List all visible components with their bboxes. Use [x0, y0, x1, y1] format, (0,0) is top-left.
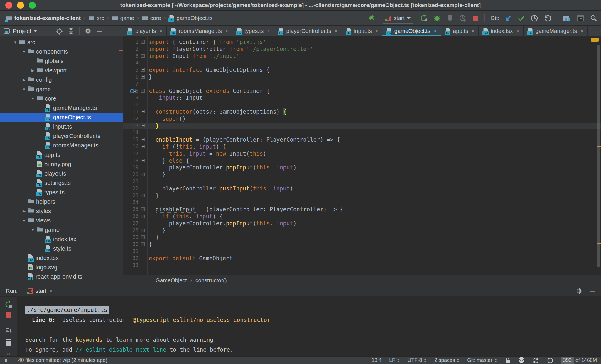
collapse-all-icon[interactable] [67, 28, 75, 35]
fold-marker-icon[interactable]: − [141, 68, 145, 72]
fold-marker-icon[interactable]: − [141, 159, 145, 162]
project-folders-button[interactable] [563, 14, 571, 22]
status-widget-13-4[interactable]: 13:4 [372, 357, 381, 363]
status-widget-LF[interactable]: LF [389, 357, 400, 363]
line-number[interactable]: 16 [123, 143, 140, 150]
tree-toggle-icon[interactable]: ▼ [21, 87, 28, 91]
tab-player.ts[interactable]: TSplayer.ts× [123, 26, 167, 36]
breadcrumb-method[interactable]: constructor() [195, 277, 227, 284]
tree-item-input.ts[interactable]: TSinput.ts [0, 122, 123, 131]
status-widget-Git--master[interactable]: Git: master [467, 357, 497, 363]
line-number[interactable]: 11 [123, 108, 140, 115]
line-number[interactable]: 24 [123, 199, 140, 206]
more-options-icon[interactable]: » [7, 351, 10, 356]
fold-marker-icon[interactable]: − [141, 40, 145, 44]
tab-app.ts[interactable]: TSapp.ts× [441, 26, 479, 36]
line-number[interactable]: 22 [123, 185, 140, 192]
console-link[interactable]: keywords [76, 336, 103, 343]
tab-input.ts[interactable]: TSinput.ts× [342, 26, 382, 36]
tree-toggle-icon[interactable]: ▼ [12, 40, 19, 45]
tree-item-react-app-env.d.ts[interactable]: TSreact-app-env.d.ts [0, 272, 123, 281]
code-editor[interactable]: 1−import { Container } from 'pixi.js'2im… [123, 36, 601, 275]
tree-item-roomsManager.ts[interactable]: TSroomsManager.ts [0, 141, 123, 150]
debug-bug-button[interactable] [433, 14, 441, 22]
stop-button[interactable] [6, 312, 11, 318]
tree-item-viewport[interactable]: ▶viewport [0, 66, 123, 75]
tree-toggle-icon[interactable]: ▶ [21, 78, 28, 82]
line-number[interactable]: 2 [123, 46, 140, 53]
tree-item-views[interactable]: ▼views [0, 216, 123, 225]
status-widget-UTF-8[interactable]: UTF-8 [408, 357, 427, 363]
implemented-gutter-icon[interactable] [130, 88, 137, 94]
rerun-button[interactable] [420, 14, 428, 22]
sync-icon[interactable] [532, 357, 539, 364]
fold-marker-icon[interactable]: − [141, 145, 145, 148]
run-coverage-button[interactable] [446, 14, 453, 22]
run-configuration-selector[interactable]: start [382, 13, 414, 24]
fold-marker-icon[interactable]: − [141, 215, 145, 218]
close-icon[interactable]: × [267, 28, 270, 34]
line-number[interactable]: 14 [123, 129, 140, 136]
profiler-button[interactable] [459, 14, 467, 22]
history-button[interactable] [531, 14, 538, 22]
line-number[interactable]: 30 [123, 241, 140, 248]
lock-icon[interactable] [505, 357, 511, 364]
tree-item-player.ts[interactable]: TSplayer.ts [0, 169, 123, 178]
git-update-button[interactable] [505, 15, 512, 22]
rerun-button[interactable] [5, 301, 12, 308]
tree-toggle-icon[interactable]: ▼ [29, 228, 36, 232]
tree-item-config[interactable]: ▶config [0, 75, 123, 84]
gear-icon[interactable] [84, 27, 92, 35]
hide-panel-icon[interactable] [589, 288, 596, 294]
breadcrumb-item-tokenized-example-client[interactable]: tokenized-example-client [6, 15, 81, 22]
line-number[interactable]: 1 [123, 39, 140, 46]
tree-item-index.tsx[interactable]: TSXindex.tsx [0, 234, 123, 244]
tree-item-game[interactable]: ▼game [0, 225, 123, 234]
line-number[interactable]: 26 [123, 213, 140, 220]
tree-toggle-icon[interactable]: ▼ [21, 50, 28, 54]
clear-trash-button[interactable] [5, 338, 12, 346]
close-icon[interactable]: × [471, 28, 475, 34]
scroll-end-button[interactable] [5, 326, 12, 334]
run-tool-window-button[interactable] [577, 15, 584, 22]
fold-marker-icon[interactable]: − [141, 89, 145, 93]
tree-toggle-icon[interactable]: ▼ [21, 218, 28, 223]
hector-face-icon[interactable] [518, 357, 525, 364]
rollback-button[interactable] [544, 14, 551, 22]
line-number[interactable]: 29 [123, 234, 140, 241]
line-number[interactable]: 4 [123, 59, 140, 67]
tab-gameManager.ts[interactable]: TSgameManager.ts× [524, 26, 588, 36]
line-number[interactable]: 5 [123, 67, 140, 74]
line-number[interactable]: 20 [123, 171, 140, 178]
stop-button[interactable] [472, 15, 479, 22]
line-number[interactable]: 10 [123, 101, 140, 108]
warning-stripe-mark[interactable] [597, 146, 601, 147]
fold-marker-icon[interactable]: − [141, 54, 145, 58]
tree-toggle-icon[interactable]: ▼ [29, 96, 36, 101]
editor-scrollbar[interactable] [597, 45, 600, 267]
line-number[interactable]: 13 [123, 123, 140, 130]
line-number[interactable]: 7 [123, 81, 140, 88]
tab-playerController.ts[interactable]: TSplayerController.ts× [274, 26, 342, 36]
fold-marker-icon[interactable]: − [141, 173, 145, 176]
breadcrumb-item-src[interactable]: src [88, 15, 104, 22]
gear-icon[interactable] [576, 288, 583, 295]
tree-item-playerController.ts[interactable]: TSplayerController.ts [0, 131, 123, 141]
line-number[interactable]: 32 [123, 255, 140, 262]
fold-marker-icon[interactable]: − [141, 235, 145, 239]
close-icon[interactable]: × [580, 28, 583, 34]
line-number[interactable]: 31 [123, 248, 140, 255]
close-icon[interactable]: × [516, 28, 519, 34]
git-commit-button[interactable] [517, 15, 525, 22]
fold-marker-icon[interactable]: − [141, 124, 145, 127]
status-widget-2-spaces[interactable]: 2 spaces [434, 357, 460, 363]
search-button[interactable] [590, 14, 597, 22]
tree-item-types.ts[interactable]: TStypes.ts [0, 188, 123, 197]
fold-marker-icon[interactable]: − [141, 194, 145, 197]
fold-marker-icon[interactable]: − [141, 75, 145, 79]
tree-item-index.tsx[interactable]: TSXindex.tsx [0, 253, 123, 263]
fold-marker-icon[interactable]: − [141, 229, 145, 232]
tree-item-components[interactable]: ▼components [0, 47, 123, 56]
fold-marker-icon[interactable]: − [141, 207, 145, 211]
tree-item-settings.ts[interactable]: TSsettings.ts [0, 178, 123, 188]
